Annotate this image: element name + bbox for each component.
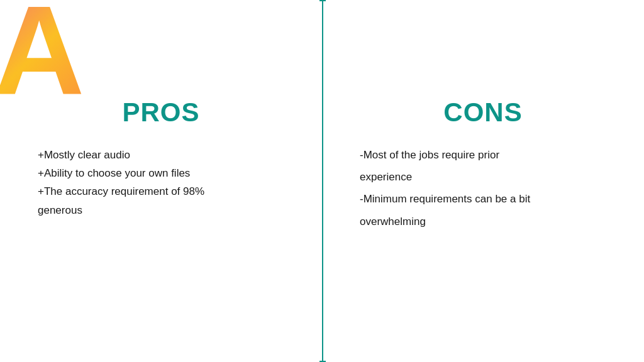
pros-item-3-line1: +The accuracy requirement of 98% [38,183,284,200]
cons-item-2-line2: overwhelming [360,213,606,230]
logo-corner: A [0,0,101,101]
pros-title: PROS [122,97,199,128]
pros-item-1: +Mostly clear audio [38,146,284,163]
cons-body: -Most of the jobs require prior experien… [360,146,606,235]
logo-letter: A [0,0,84,101]
cons-item-1-line2: experience [360,168,606,185]
cons-title: CONS [443,97,522,128]
pros-body: +Mostly clear audio +Ability to choose y… [38,146,284,220]
cons-item-2-line1: -Minimum requirements can be a bit [360,190,606,207]
pros-item-3-line2: generous [38,202,284,219]
pros-item-2: +Ability to choose your own files [38,165,284,182]
cons-item-1-line1: -Most of the jobs require prior [360,146,606,163]
cons-section: CONS -Most of the jobs require prior exp… [322,0,644,362]
vertical-divider [322,0,323,362]
